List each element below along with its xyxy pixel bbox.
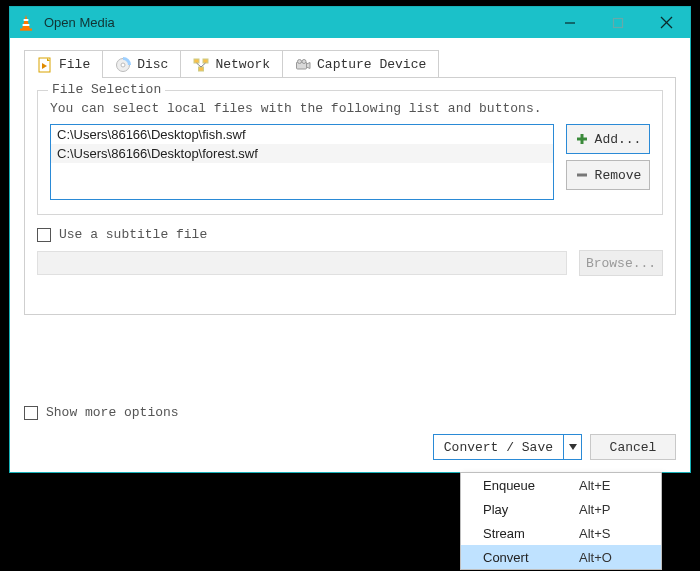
more-options-label: Show more options bbox=[46, 405, 179, 420]
remove-button[interactable]: Remove bbox=[566, 160, 650, 190]
open-media-window: Open Media File bbox=[9, 6, 691, 473]
svg-line-17 bbox=[201, 63, 206, 67]
network-icon bbox=[193, 57, 209, 73]
tab-capture-device[interactable]: Capture Device bbox=[283, 50, 439, 78]
button-label: Add... bbox=[595, 132, 642, 147]
menu-item-enqueue[interactable]: Enqueue Alt+E bbox=[461, 473, 661, 497]
list-item[interactable]: C:\Users\86166\Desktop\fish.swf bbox=[51, 125, 553, 144]
tab-disc[interactable]: Disc bbox=[103, 50, 181, 78]
menu-item-play[interactable]: Play Alt+P bbox=[461, 497, 661, 521]
menu-item-stream[interactable]: Stream Alt+S bbox=[461, 521, 661, 545]
show-more-options-row: Show more options bbox=[24, 405, 179, 420]
subtitle-label: Use a subtitle file bbox=[59, 227, 207, 242]
svg-line-16 bbox=[197, 63, 202, 67]
plus-icon bbox=[575, 132, 589, 146]
add-button[interactable]: Add... bbox=[566, 124, 650, 154]
convert-save-dropdown[interactable] bbox=[563, 435, 581, 459]
svg-rect-14 bbox=[203, 59, 208, 63]
svg-marker-25 bbox=[569, 444, 577, 450]
svg-point-19 bbox=[298, 59, 302, 63]
menu-label: Enqueue bbox=[461, 478, 579, 493]
menu-label: Convert bbox=[461, 550, 579, 565]
button-label: Remove bbox=[595, 168, 642, 183]
window-title: Open Media bbox=[44, 15, 115, 30]
svg-rect-13 bbox=[194, 59, 199, 63]
browse-button: Browse... bbox=[579, 250, 663, 276]
convert-save-menu: Enqueue Alt+E Play Alt+P Stream Alt+S Co… bbox=[460, 472, 662, 570]
svg-point-12 bbox=[121, 63, 125, 67]
menu-label: Play bbox=[461, 502, 579, 517]
action-row: Convert / Save Cancel bbox=[433, 434, 676, 460]
minimize-button[interactable] bbox=[546, 7, 594, 38]
tab-network[interactable]: Network bbox=[181, 50, 283, 78]
menu-item-convert[interactable]: Convert Alt+O bbox=[461, 545, 661, 569]
capture-icon bbox=[295, 57, 311, 73]
tab-label: Capture Device bbox=[317, 57, 426, 72]
help-text: You can select local files with the foll… bbox=[50, 101, 650, 116]
file-icon bbox=[37, 57, 53, 73]
tab-label: Disc bbox=[137, 57, 168, 72]
svg-marker-21 bbox=[307, 62, 311, 68]
list-item[interactable]: C:\Users\86166\Desktop\forest.swf bbox=[51, 144, 553, 163]
tab-bar: File Disc Network Capture Device bbox=[24, 50, 676, 78]
file-tab-panel: File Selection You can select local file… bbox=[24, 77, 676, 315]
tab-file[interactable]: File bbox=[24, 50, 103, 78]
button-label: Cancel bbox=[610, 440, 657, 455]
minus-icon bbox=[575, 168, 589, 182]
subtitle-checkbox[interactable] bbox=[37, 228, 51, 242]
maximize-button[interactable] bbox=[594, 7, 642, 38]
tab-label: File bbox=[59, 57, 90, 72]
file-list[interactable]: C:\Users\86166\Desktop\fish.swf C:\Users… bbox=[50, 124, 554, 200]
menu-label: Stream bbox=[461, 526, 579, 541]
file-selection-group: File Selection You can select local file… bbox=[37, 90, 663, 215]
subtitle-path-input bbox=[37, 251, 567, 275]
dialog-body: File Disc Network Capture Device bbox=[10, 38, 690, 472]
close-button[interactable] bbox=[642, 7, 690, 38]
cancel-button[interactable]: Cancel bbox=[590, 434, 676, 460]
window-controls bbox=[546, 7, 690, 38]
convert-save-button[interactable]: Convert / Save bbox=[433, 434, 582, 460]
svg-rect-2 bbox=[23, 24, 30, 26]
titlebar: Open Media bbox=[10, 7, 690, 38]
button-label: Convert / Save bbox=[434, 435, 563, 459]
menu-accel: Alt+P bbox=[579, 502, 661, 517]
tab-label: Network bbox=[215, 57, 270, 72]
disc-icon bbox=[115, 57, 131, 73]
vlc-cone-icon bbox=[16, 13, 36, 33]
svg-rect-5 bbox=[614, 18, 623, 27]
menu-accel: Alt+O bbox=[579, 550, 661, 565]
svg-point-20 bbox=[302, 59, 306, 63]
chevron-down-icon bbox=[569, 443, 577, 451]
menu-accel: Alt+E bbox=[579, 478, 661, 493]
svg-rect-1 bbox=[24, 19, 29, 21]
svg-rect-15 bbox=[199, 67, 204, 71]
button-label: Browse... bbox=[586, 256, 656, 271]
group-legend: File Selection bbox=[48, 82, 165, 97]
more-options-checkbox[interactable] bbox=[24, 406, 38, 420]
menu-accel: Alt+S bbox=[579, 526, 661, 541]
svg-rect-3 bbox=[20, 28, 32, 30]
svg-marker-0 bbox=[22, 15, 30, 29]
